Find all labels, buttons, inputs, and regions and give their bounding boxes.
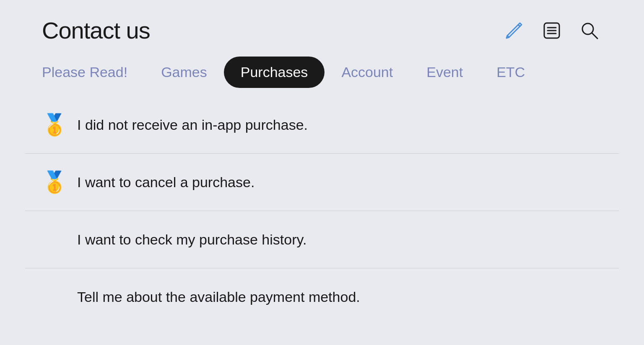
tab-please-read[interactable]: Please Read! xyxy=(25,57,144,88)
badge-icon-1: 🥇 xyxy=(42,112,67,137)
item-text-2: I want to cancel a purchase. xyxy=(77,174,254,191)
item-text-3: I want to check my purchase history. xyxy=(77,232,306,248)
page-title: Contact us xyxy=(42,17,150,44)
item-text-1: I did not receive an in-app purchase. xyxy=(77,117,308,133)
list-item[interactable]: 🥇 I did not receive an in-app purchase. xyxy=(25,96,619,154)
header-icons xyxy=(501,18,602,43)
tab-purchases[interactable]: Purchases xyxy=(224,57,325,88)
list-item[interactable]: 🥇 I want to cancel a purchase. xyxy=(25,154,619,211)
no-badge-3 xyxy=(42,227,67,252)
no-badge-4 xyxy=(42,284,67,309)
svg-line-5 xyxy=(592,33,597,39)
edit-icon[interactable] xyxy=(501,18,527,43)
list-item[interactable]: Tell me about the available payment meth… xyxy=(25,268,619,325)
tab-account[interactable]: Account xyxy=(325,57,410,88)
tab-event[interactable]: Event xyxy=(410,57,480,88)
item-text-4: Tell me about the available payment meth… xyxy=(77,289,360,305)
tab-etc[interactable]: ETC xyxy=(480,57,542,88)
tabs-container: Please Read! Games Purchases Account Eve… xyxy=(0,57,644,88)
search-icon[interactable] xyxy=(577,18,602,43)
content-list: 🥇 I did not receive an in-app purchase. … xyxy=(0,96,644,325)
tab-games[interactable]: Games xyxy=(144,57,224,88)
header: Contact us xyxy=(0,0,644,57)
list-icon[interactable] xyxy=(539,18,564,43)
list-item[interactable]: I want to check my purchase history. xyxy=(25,211,619,268)
badge-icon-2: 🥇 xyxy=(42,170,67,195)
